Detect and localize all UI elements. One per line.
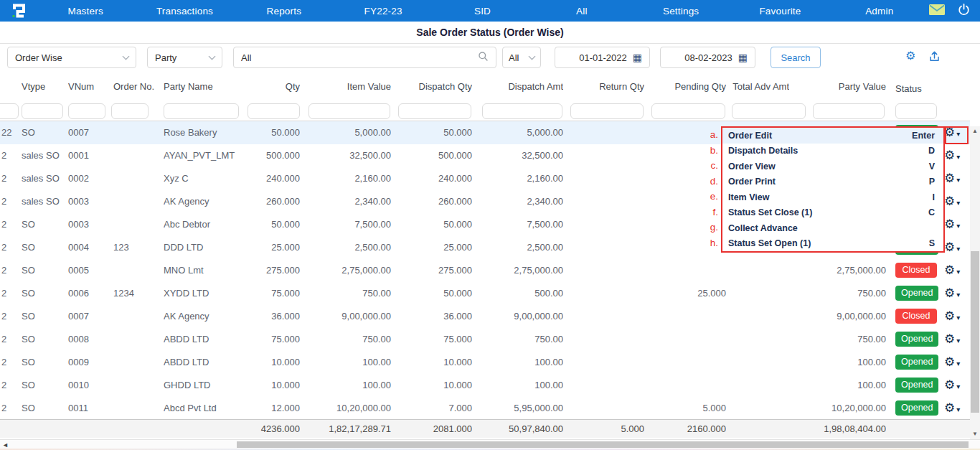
table-row[interactable]: 2 SO 0009 ABDD LTD 10.000 100.00 10.000 … xyxy=(0,351,970,374)
search-by-select[interactable]: Party xyxy=(147,47,222,68)
row-actions-gear-button[interactable]: ⚙▾ xyxy=(944,328,969,351)
vertical-scrollbar[interactable]: ▲ ▼ xyxy=(970,126,980,439)
table-row[interactable]: 2 SO 0010 GHDD LTD 10.000 100.00 10.000 … xyxy=(0,374,970,397)
date-from-field[interactable]: 01-01-2022 ▦ xyxy=(555,47,650,68)
horizontal-scrollbar[interactable]: ◄ xyxy=(0,439,980,449)
nav-item-settings[interactable]: Settings xyxy=(631,6,730,17)
cell-dispatch-qty: 75.000 xyxy=(393,328,472,351)
table-row[interactable]: 2 SO 0008 ABDD LTD 75.000 750.00 75.000 … xyxy=(0,328,970,351)
col-header-vtype: Vtype xyxy=(22,70,66,103)
menu-item-item-view[interactable]: Item ViewI xyxy=(722,189,943,205)
row-actions-gear-button[interactable]: ⚙▾ xyxy=(944,351,969,374)
table-row[interactable]: 2 SO 0005 MNO Lmt 275.000 2,75,000.00 27… xyxy=(0,259,970,282)
nav-item-transactions[interactable]: Transactions xyxy=(135,6,234,17)
cell-order-no xyxy=(113,397,156,420)
cell-order-no xyxy=(113,190,156,213)
cell-party-name: AK Agency xyxy=(164,305,250,328)
calendar-icon[interactable]: ▦ xyxy=(738,52,748,62)
search-button[interactable]: Search xyxy=(771,47,821,68)
filter-col-party-value-input[interactable] xyxy=(813,103,885,119)
nav-item-sid[interactable]: SID xyxy=(433,6,532,17)
gear-icon: ⚙ xyxy=(944,401,955,415)
cell-return-qty xyxy=(570,328,644,351)
nav-item-reports[interactable]: Reports xyxy=(235,6,334,17)
filter-col-order-no-input[interactable] xyxy=(111,103,149,119)
cell-dispatch-amt: 9,00,000.00 xyxy=(477,305,563,328)
menu-item-order-view[interactable]: Order ViewV xyxy=(722,159,943,174)
caret-down-icon: ▾ xyxy=(956,291,960,299)
calendar-icon[interactable]: ▦ xyxy=(633,52,642,62)
menu-item-status-set-close-1-[interactable]: Status Set Close (1)C xyxy=(722,205,943,221)
col-header-dispatch-amt: Dispatch Amt xyxy=(477,70,563,103)
table-row[interactable]: 2 SO 0006 1234 XYDD LTD 75.000 750.00 50… xyxy=(0,282,970,305)
search-input[interactable] xyxy=(241,52,478,63)
row-actions-gear-button[interactable]: ⚙▾ xyxy=(944,397,969,420)
menu-item-order-print[interactable]: Order PrintP xyxy=(722,174,943,190)
nav-item-fy22-23[interactable]: FY22-23 xyxy=(334,6,433,17)
filter-col-vnum-input[interactable] xyxy=(68,103,105,119)
table-row[interactable]: 2 SO 0007 AK Agency 36.000 9,00,000.00 3… xyxy=(0,305,970,328)
menu-item-dispatch-details[interactable]: Dispatch DetailsD xyxy=(722,144,943,159)
gear-icon: ⚙ xyxy=(944,286,955,300)
cell-dispatch-amt: 100.00 xyxy=(477,351,563,374)
row-actions-gear-button[interactable]: ⚙▾ xyxy=(944,236,969,259)
row-actions-gear-button[interactable]: ⚙▾ xyxy=(944,190,969,213)
filter-col-total-adv-amt-input[interactable] xyxy=(732,103,806,119)
filter-col-qty-input[interactable] xyxy=(248,103,300,119)
nav-item-all[interactable]: All xyxy=(532,6,631,17)
scope-select[interactable]: All xyxy=(502,47,541,68)
menu-item-collect-advance[interactable]: Collect Advance xyxy=(722,220,943,236)
cell-item-value: 2,500.00 xyxy=(308,236,391,259)
menu-item-status-set-open-1-[interactable]: Status Set Open (1)S xyxy=(722,236,943,252)
row-actions-gear-button[interactable]: ⚙▾ xyxy=(944,259,969,282)
cell-vtype: SO xyxy=(22,397,66,420)
vertical-scroll-thumb[interactable] xyxy=(971,251,979,413)
date-to-field[interactable]: 08-02-2023 ▦ xyxy=(660,47,755,68)
menu-item-order-edit[interactable]: Order EditEnter xyxy=(722,128,943,144)
nav-item-masters[interactable]: Masters xyxy=(36,6,135,17)
row-actions-gear-button[interactable]: ⚙▾ xyxy=(944,167,969,190)
mail-icon[interactable] xyxy=(929,4,945,18)
caret-down-icon: ▾ xyxy=(956,406,960,413)
gear-icon: ⚙ xyxy=(944,309,955,323)
scroll-up-arrow-icon[interactable]: ▲ xyxy=(970,126,980,136)
power-icon[interactable] xyxy=(958,4,970,19)
row-actions-gear-button[interactable]: ⚙▾ xyxy=(944,374,969,397)
table-row[interactable]: 2 SO 0011 Abcd Pvt Ltd 12.000 10,20,000.… xyxy=(0,397,970,420)
cell-qty: 10.000 xyxy=(248,351,300,374)
filter-col-date-input[interactable] xyxy=(0,103,19,119)
total-dispatch-amt: 50,97,840.00 xyxy=(477,420,563,438)
filter-col-item-value-input[interactable] xyxy=(308,103,390,119)
row-actions-gear-button[interactable]: ⚙▾ xyxy=(944,213,969,236)
app-logo-icon[interactable] xyxy=(0,1,36,20)
row-actions-gear-button[interactable]: ⚙▾ xyxy=(944,305,969,328)
row-actions-gear-button[interactable]: ⚙▾ xyxy=(944,144,969,167)
cell-order-no xyxy=(113,144,156,167)
nav-item-admin[interactable]: Admin xyxy=(830,6,929,17)
cell-date-partial: 2 xyxy=(0,167,19,190)
caret-down-icon: ▾ xyxy=(956,383,960,390)
cell-vtype: SO xyxy=(22,328,66,351)
row-actions-gear-button[interactable]: ⚙▾ xyxy=(944,282,969,305)
cell-return-qty xyxy=(570,167,644,190)
gear-icon: ⚙ xyxy=(944,240,955,254)
filter-col-dispatch-amt-input[interactable] xyxy=(482,103,562,119)
nav-item-favourite[interactable]: Favourite xyxy=(730,6,829,17)
filter-col-party-name-input[interactable] xyxy=(164,103,239,119)
filter-col-dispatch-qty-input[interactable] xyxy=(398,103,471,119)
filter-col-pending-qty-input[interactable] xyxy=(651,103,725,119)
report-type-select[interactable]: Order Wise xyxy=(7,47,136,68)
cell-order-no xyxy=(113,305,156,328)
cell-return-qty xyxy=(570,305,644,328)
filter-col-return-qty-input[interactable] xyxy=(570,103,644,119)
export-icon[interactable] xyxy=(928,50,941,65)
horizontal-scroll-thumb[interactable] xyxy=(237,441,969,448)
filter-col-vtype-input[interactable] xyxy=(22,103,63,119)
row-actions-gear-button[interactable]: ⚙▾ xyxy=(944,121,969,144)
annotation-letter: f. xyxy=(687,205,718,220)
menu-item-label: Dispatch Details xyxy=(728,146,798,156)
cell-dispatch-qty: 10.000 xyxy=(393,374,472,397)
filter-col-status-input[interactable] xyxy=(895,103,937,119)
grid-settings-gear-icon[interactable]: ⚙ xyxy=(905,50,915,62)
scroll-down-arrow-icon[interactable]: ▼ xyxy=(970,429,980,439)
